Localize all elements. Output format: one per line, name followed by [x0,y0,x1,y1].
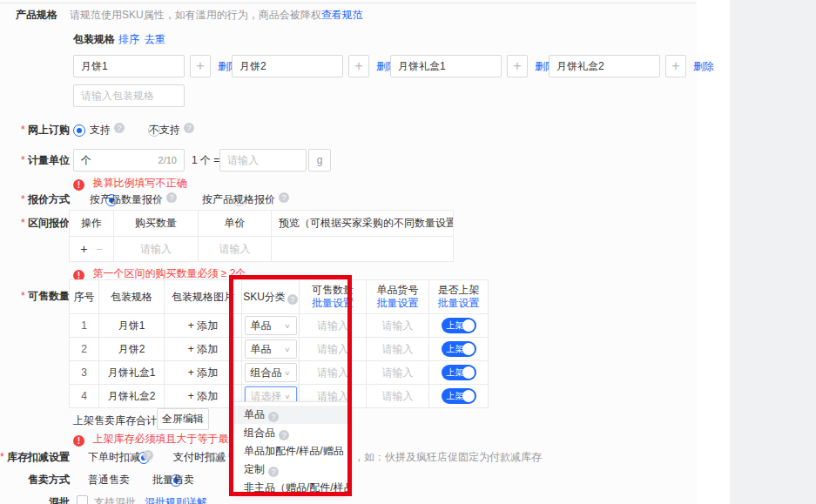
spec-input-3[interactable]: 月饼礼盒1 [390,55,502,77]
unit-label: 计量单位 [0,153,70,168]
sku-type-select-3[interactable]: 组合品∨ [245,363,297,382]
add-image-button[interactable]: + 添加 [165,338,242,361]
sell-method-label: 售卖方式 [0,473,70,487]
range-row-actions: + − [70,237,114,262]
mixed-batch-checkbox-label[interactable]: 支持混批 [94,495,136,504]
dropdown-option-non-main[interactable]: 非主品（赠品/配件/样品） [233,479,348,494]
batch-sell-label[interactable]: 批量售卖 [152,473,194,487]
itemno-input-4[interactable]: 请输入 [367,385,429,408]
section-divider [0,3,697,3]
sku-type-dropdown: 单品 组合品 单品加配件/样品/赠品 定制 非主品（赠品/配件/样品） [233,401,349,494]
option-help-icon[interactable] [268,412,279,422]
support-radio-label[interactable]: 支持 [90,123,111,137]
itemno-input-3[interactable]: 请输入 [367,361,429,385]
add-spec-icon-3[interactable]: + [507,55,528,77]
dedupe-link[interactable]: 去重 [145,32,165,46]
spec-input-4[interactable]: 月饼礼盒2 [549,55,660,77]
product-edit-form: 产品规格 请规范使用SKU属性，如有滥用的行为，商品会被降权查看规范 包装规格 … [0,0,816,504]
chevron-down-icon: ∨ [284,369,290,376]
on-shelf-toggle-3[interactable]: 上架 [442,365,476,380]
spec-notice: 请规范使用SKU属性，如有滥用的行为，商品会被降权查看规范 [70,8,363,22]
normal-sell-label[interactable]: 普通售卖 [88,473,130,487]
sort-link[interactable]: 排序 [118,32,139,46]
support-help-icon[interactable] [114,123,125,133]
chevron-down-icon: ∨ [284,322,290,329]
toggle-knob [462,319,475,332]
on-shelf-toggle-4[interactable]: 上架 [442,388,476,404]
range-price-table: 操作 购买数量 单价 预览（可根据买家采购的不同数量设置不同价格） + − 请输… [69,210,454,262]
col-preview: 预览（可根据买家采购的不同数量设置不同价格） [272,211,454,237]
quote-by-qty-label[interactable]: 按产品数量报价 [90,192,163,206]
qty-input-2[interactable]: 请输入 [300,338,367,361]
sku-type-select-2[interactable]: 单品∨ [245,339,297,359]
spec-input-2[interactable]: 月饼2 [232,55,343,77]
quote-by-qty-help-icon[interactable] [166,192,177,203]
add-image-button[interactable]: + 添加 [165,385,242,408]
toggle-knob [462,343,475,355]
option-help-icon[interactable] [279,430,289,440]
dropdown-option-custom[interactable]: 定制 [233,460,348,479]
range-price-input[interactable]: 请输入 [199,237,272,262]
batch-set-qty-link[interactable]: 批量设置 [300,297,366,310]
batch-set-itemno-link[interactable]: 批量设置 [367,297,428,310]
not-support-radio-label[interactable]: 不支持 [149,123,180,137]
gram-suffix-box: g [308,149,331,171]
add-image-button[interactable]: + 添加 [165,361,242,385]
qty-input-1[interactable]: 请输入 [300,314,367,338]
not-support-help-icon[interactable] [184,123,194,133]
option-help-icon[interactable] [268,467,279,477]
col-spec-image: 包装规格图片 [165,280,242,314]
col-qty: 可售数量 批量设置 [300,280,367,314]
add-range-icon[interactable]: + [80,242,87,256]
mixed-batch-rules-link[interactable]: 混批规则详解 [145,495,207,504]
add-image-button[interactable]: + 添加 [165,314,242,338]
stock-deduct-label: 库存扣减设置 [0,450,70,465]
range-qty-input[interactable]: 请输入 [114,237,199,262]
itemno-input-1[interactable]: 请输入 [367,314,429,338]
error-icon [73,179,84,191]
new-spec-input[interactable]: 请输入包装规格 [73,84,185,107]
pack-spec-label: 包装规格 [73,32,115,46]
on-shelf-toggle-2[interactable]: 上架 [442,341,476,357]
deduct-on-order-help-icon[interactable] [143,450,153,460]
deduct-note-left: 部分 [206,450,226,464]
qty-input-3[interactable]: 请输入 [300,361,367,385]
view-rules-link[interactable]: 查看规范 [321,9,363,21]
deduct-on-order-label[interactable]: 下单时扣减 [88,450,140,464]
mixed-batch-checkbox[interactable] [77,495,88,504]
range-price-label: 区间报价 [0,216,70,231]
add-spec-icon-1[interactable]: + [190,55,211,77]
quote-by-spec-label[interactable]: 按产品规格报价 [202,192,275,206]
col-sku-type: SKU分类 [242,280,300,314]
col-spec: 包装规格 [99,280,165,314]
itemno-input-2[interactable]: 请输入 [367,338,429,361]
dropdown-option-single[interactable]: 单品 [233,406,348,424]
option-help-icon[interactable] [347,448,349,459]
add-spec-icon-2[interactable]: + [348,55,369,77]
sku-type-help-icon[interactable] [287,294,298,305]
fullscreen-edit-button[interactable]: 全屏编辑 [157,408,209,430]
on-shelf-toggle-1[interactable]: 上架 [442,318,476,333]
unit-input[interactable]: 个 2/10 [73,149,185,171]
unit-equals-text: 1 个 = [192,153,219,167]
product-spec-label: 产品规格 [0,8,57,23]
col-action: 操作 [70,211,114,237]
batch-set-shelf-link[interactable]: 批量设置 [429,297,488,310]
sellable-qty-table: 序号 包装规格 包装规格图片 SKU分类 可售数量 批量设置 单品货号 批量设置… [69,279,489,408]
quote-by-spec-help-icon[interactable] [279,192,289,203]
conversion-input[interactable]: 请输入 [219,149,307,171]
dropdown-option-combo[interactable]: 组合品 [233,424,348,442]
range-preview-cell [272,237,454,262]
delete-spec-link-4[interactable]: 删除 [693,59,714,73]
col-on-shelf: 是否上架 批量设置 [429,280,489,314]
sellable-qty-label: 可售数量 [0,289,70,304]
spec-input-1[interactable]: 月饼1 [73,55,185,77]
sku-type-select-1[interactable]: 单品∨ [245,316,297,335]
table-row: 2 月饼2 + 添加 单品∨ 请输入 请输入 上架 [70,338,489,361]
add-spec-icon-4[interactable]: + [665,55,686,77]
dropdown-option-single-plus[interactable]: 单品加配件/样品/赠品 [233,442,348,460]
support-radio[interactable] [73,124,85,137]
right-side-panel [730,0,816,504]
col-item-no: 单品货号 批量设置 [367,280,429,314]
remove-range-icon[interactable]: − [96,242,103,256]
